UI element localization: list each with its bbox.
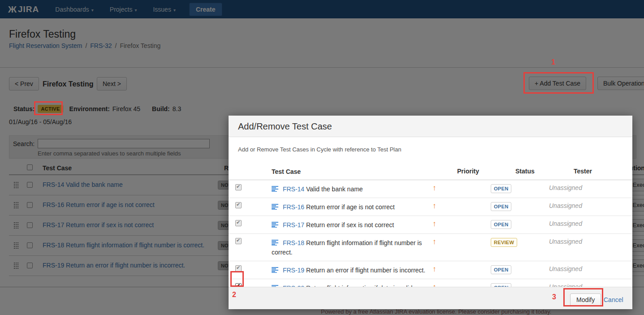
annotation-step-2: 2 [232, 291, 236, 299]
dialog-test-case-row: FRS-16 Return error if age is not correc… [229, 198, 632, 216]
test-case-summary: Return error if age is not correct [306, 203, 395, 211]
column-test-case: Test Case [247, 168, 457, 175]
status-badge: OPEN [491, 220, 511, 229]
test-case-checkbox[interactable] [235, 202, 242, 208]
test-case-link[interactable]: FRS-17 [283, 221, 304, 229]
annotation-box-add-test-case [523, 72, 594, 94]
annotation-box-modify [563, 288, 603, 306]
test-case-checkbox[interactable] [235, 238, 242, 244]
test-case-link[interactable]: FRS-18 [283, 239, 304, 246]
tester-value: Unassigned [549, 184, 582, 191]
cancel-link[interactable]: Cancel [604, 296, 623, 303]
status-badge: OPEN [491, 202, 511, 211]
status-badge: OPEN [491, 184, 511, 193]
test-case-summary: Return an error if flight number is inco… [306, 267, 425, 274]
priority-up-icon: ↑ [432, 220, 437, 228]
annotation-step-1: 1 [551, 58, 555, 66]
test-case-checkbox[interactable] [235, 184, 242, 190]
add-remove-test-case-dialog: Add/Remove Test Case Add or Remove Test … [229, 116, 632, 309]
column-tester: Tester [574, 168, 632, 175]
dialog-table-header: Test Case Priority Status Tester [229, 164, 632, 180]
dialog-test-case-row: FRS-19 Return an error if flight number … [229, 261, 632, 279]
test-case-checkbox[interactable] [235, 265, 242, 272]
priority-up-icon: ↑ [432, 237, 437, 246]
tester-value: Unassigned [549, 238, 582, 245]
test-case-icon [272, 239, 278, 245]
test-case-icon [272, 203, 278, 209]
priority-up-icon: ↑ [432, 202, 437, 210]
dialog-test-case-row: FRS-17 Return error if sex is not correc… [229, 216, 632, 234]
dialog-description: Add or Remove Test Cases in Cycle with r… [238, 146, 632, 153]
tester-value: Unassigned [549, 202, 582, 209]
test-case-summary: Valid the bank name [306, 186, 363, 193]
annotation-box-checkbox [230, 271, 244, 287]
dialog-test-case-row: FRS-18 Return flight information if flig… [229, 234, 632, 261]
test-case-summary: Return error if sex is not correct [306, 221, 394, 229]
tester-value: Unassigned [549, 265, 582, 272]
priority-up-icon: ↑ [432, 184, 437, 192]
dialog-test-case-row: FRS-14 Valid the bank name ↑ OPEN Unassi… [229, 180, 632, 198]
dialog-title: Add/Remove Test Case [229, 116, 632, 137]
status-badge: OPEN [491, 265, 511, 274]
test-case-icon [272, 266, 278, 272]
test-case-icon [272, 221, 278, 227]
status-badge: REVIEW [491, 238, 517, 247]
column-priority: Priority [457, 168, 515, 175]
annotation-step-3: 3 [552, 293, 556, 301]
test-case-checkbox[interactable] [235, 220, 242, 226]
test-case-link[interactable]: FRS-16 [283, 203, 304, 211]
dialog-test-case-table: Test Case Priority Status Tester FRS-14 … [229, 164, 632, 297]
test-case-icon [272, 185, 278, 191]
test-case-link[interactable]: FRS-19 [283, 267, 304, 274]
column-status: Status [515, 168, 574, 175]
priority-up-icon: ↑ [432, 265, 437, 273]
annotation-box-status-active [34, 101, 63, 115]
tester-value: Unassigned [549, 220, 582, 227]
test-case-link[interactable]: FRS-14 [283, 186, 304, 193]
